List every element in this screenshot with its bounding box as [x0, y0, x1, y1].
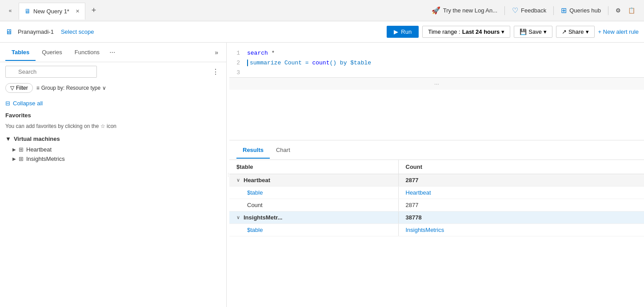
divider [553, 6, 554, 15]
nav-collapse-icon[interactable]: » [212, 49, 221, 56]
feedback-button[interactable]: ♡ Feedback [512, 6, 546, 15]
insights-count: 38778 [398, 211, 644, 224]
share-button[interactable]: ↗ Share ▾ [556, 26, 595, 38]
results-tabs: Results Chart [229, 140, 644, 160]
sidebar-search-row: 🔍 ⋮ [0, 62, 226, 81]
sidebar-nav: Tables Queries Functions ··· » [0, 43, 226, 62]
sidebar-tab-functions[interactable]: Functions [68, 44, 106, 61]
insights-row-expand-icon[interactable]: ∨ [236, 215, 240, 220]
heartbeat-count: 2877 [398, 174, 644, 187]
tree-item-heartbeat[interactable]: ▶ ⊞ Heartbeat [5, 145, 221, 154]
search-input[interactable] [5, 66, 97, 78]
favorites-hint: You can add favorites by clicking on the… [5, 122, 221, 130]
editor-line-2: 2 summarize Count = count() by $table [229, 58, 644, 68]
tab-bar: « 🖥 New Query 1* ✕ + 🚀 Try the new Log A… [0, 0, 644, 21]
favorites-title: Favorites [5, 112, 221, 119]
select-scope-button[interactable]: Select scope [61, 28, 94, 35]
insights-subrow-table: $table InsightsMetrics [229, 224, 644, 236]
rocket-icon: 🚀 [432, 6, 440, 15]
book-icon: 📋 [628, 7, 635, 14]
sidebar-body: ⊟ Collapse all Favorites You can add fav… [0, 96, 226, 307]
heartbeat-table-icon: ⊞ [19, 146, 24, 153]
table-row-insightsmetrics: ∨ InsightsMetr... 38778 [229, 211, 644, 224]
grid-icon: ⊞ [561, 6, 567, 15]
heartbeat-count-value: 2877 [398, 199, 644, 211]
results-table: $table Count ∨ Heartbeat [229, 160, 644, 307]
run-button[interactable]: ▶ Run [387, 26, 419, 38]
add-tab-button[interactable]: + [87, 4, 100, 17]
queries-hub-button[interactable]: ⊞ Queries hub [561, 6, 601, 15]
col-header-count: Count [398, 160, 644, 174]
workspace-name: Pranaymadi-1 [18, 28, 54, 35]
share-chevron-icon: ▾ [586, 28, 589, 35]
group-chevron-icon: ∨ [102, 85, 106, 91]
save-button[interactable]: 💾 Save ▾ [514, 26, 552, 38]
tab-close-button[interactable]: ✕ [76, 8, 80, 14]
vm-collapse-icon: ▼ [5, 136, 11, 142]
sidebar-tab-queries[interactable]: Queries [36, 44, 68, 61]
nav-more-icon[interactable]: ··· [106, 48, 119, 56]
heartbeat-subrow-count: Count 2877 [229, 199, 644, 211]
divider [504, 6, 505, 15]
heartbeat-label: Heartbeat [244, 177, 270, 183]
save-chevron-icon: ▾ [544, 28, 547, 35]
table-row-heartbeat: ∨ Heartbeat 2877 [229, 174, 644, 187]
virtual-machines-section[interactable]: ▼ Virtual machines [5, 136, 221, 142]
editor-lines: 1 search * 2 summarize Count = count() b… [229, 48, 644, 77]
insights-table-value: InsightsMetrics [406, 227, 444, 233]
toolbar: 🖥 Pranaymadi-1 Select scope ▶ Run Time r… [0, 21, 644, 43]
workspace-icon: 🖥 [5, 28, 12, 36]
tree-item-insightsmetrics[interactable]: ▶ ⊞ InsightsMetrics [5, 154, 221, 163]
filter-button[interactable]: ▽ Filter [5, 83, 33, 93]
group-icon: ≡ [36, 85, 40, 91]
tab-label: New Query 1* [33, 8, 69, 15]
filter-row: ▽ Filter ≡ Group by: Resource type ∨ [0, 81, 226, 96]
active-tab[interactable]: 🖥 New Query 1* ✕ [19, 3, 85, 20]
editor-drag-handle[interactable]: ··· [229, 77, 644, 90]
editor-line-3: 3 [229, 68, 644, 77]
chevron-down-icon: ▾ [501, 28, 504, 35]
collapse-all-icon: ⊟ [5, 100, 10, 107]
heartbeat-subrow-table: $table Heartbeat [229, 187, 644, 199]
heartbeat-row-expand-icon[interactable]: ∨ [236, 177, 240, 183]
save-icon: 💾 [520, 28, 527, 35]
heartbeat-table-value: Heartbeat [406, 189, 431, 196]
results-tab[interactable]: Results [236, 142, 270, 159]
editor-area: 1 search * 2 summarize Count = count() b… [229, 43, 644, 140]
insights-label: InsightsMetr... [244, 214, 282, 221]
main-content: Tables Queries Functions ··· » 🔍 ⋮ ▽ Fil… [0, 43, 644, 307]
try-new-button[interactable]: 🚀 Try the new Log An... [432, 6, 497, 15]
share-icon: ↗ [562, 28, 567, 35]
sidebar-tab-tables[interactable]: Tables [5, 44, 36, 61]
tab-workspace-icon: 🖥 [24, 8, 31, 15]
editor-line-1: 1 search * [229, 48, 644, 58]
search-wrap: 🔍 [5, 66, 208, 78]
insights-expand-icon: ▶ [12, 156, 16, 161]
collapse-sidebar-icon[interactable]: « [4, 4, 17, 17]
chart-tab[interactable]: Chart [270, 142, 296, 159]
top-actions: 🚀 Try the new Log An... ♡ Feedback ⊞ Que… [432, 6, 640, 15]
filter-icon: ▽ [10, 85, 14, 91]
heart-icon: ♡ [512, 6, 518, 15]
new-alert-button[interactable]: + New alert rule [598, 28, 639, 35]
insights-table-icon: ⊞ [19, 155, 24, 162]
run-icon: ▶ [394, 28, 398, 35]
gear-icon: ⚙ [616, 7, 621, 14]
group-by-button[interactable]: ≡ Group by: Resource type ∨ [36, 85, 106, 91]
settings-button[interactable]: ⚙ [616, 7, 621, 14]
sidebar: Tables Queries Functions ··· » 🔍 ⋮ ▽ Fil… [0, 43, 227, 307]
divider [608, 6, 608, 15]
right-panel: 1 search * 2 summarize Count = count() b… [229, 43, 644, 307]
heartbeat-expand-icon: ▶ [12, 147, 16, 152]
collapse-all-button[interactable]: ⊟ Collapse all [5, 100, 43, 107]
docs-button[interactable]: 📋 [628, 7, 635, 14]
col-header-table: $table [229, 160, 398, 174]
time-range-button[interactable]: Time range : Last 24 hours ▾ [422, 26, 510, 38]
search-more-icon[interactable]: ⋮ [210, 66, 221, 78]
results-panel: Results Chart $table Count [229, 140, 644, 307]
